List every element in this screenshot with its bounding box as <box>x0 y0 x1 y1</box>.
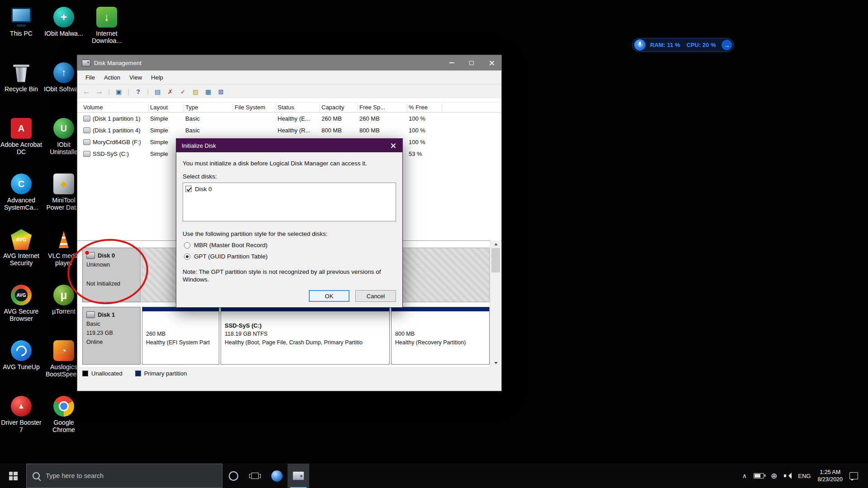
mbr-radio-option[interactable]: MBR (Master Boot Record) <box>184 242 396 249</box>
menu-item[interactable]: Help <box>146 72 168 83</box>
dialog-close-button[interactable] <box>383 139 402 152</box>
column-header[interactable]: Capacity <box>320 104 358 111</box>
disk0-label-box[interactable]: Disk 0 Unknown Not Initialized <box>82 248 141 302</box>
volume-type: Basic <box>184 127 233 134</box>
desktop-icon-label: AVG Internet Security <box>0 252 42 267</box>
task-view-button[interactable] <box>244 464 266 488</box>
battery-icon[interactable] <box>754 473 764 479</box>
menu-item[interactable]: View <box>125 72 146 83</box>
avg-internet-security-icon: AVG <box>11 229 32 250</box>
checkbox-checked-icon[interactable] <box>185 186 192 192</box>
desktop-icon-label: AVG TuneUp <box>3 363 39 371</box>
disk-management-app-icon <box>82 60 90 66</box>
desktop-icon-adobe-acrobat[interactable]: A Adobe Acrobat DC <box>0 116 42 171</box>
volume-name: (Disk 1 partition 1) <box>93 115 140 122</box>
desktop-icon-advanced-systemcare[interactable]: C Advanced SystemCa... <box>0 171 42 227</box>
gpt-label: GPT (GUID Partition Table) <box>194 253 268 260</box>
menu-item[interactable]: File <box>81 72 99 83</box>
desktop-icon-internet-download-manager[interactable]: ↓ Internet Downloa... <box>85 5 128 60</box>
partition-system-c[interactable]: SSD-SyS (C:) 118.19 GB NTFS Healthy (Boo… <box>221 307 390 365</box>
desktop: This PC Recycle Bin A Adobe Acrobat DC C… <box>0 0 868 488</box>
column-header[interactable]: Type <box>184 104 233 111</box>
ok-button[interactable]: OK <box>309 290 349 302</box>
column-header[interactable]: File System <box>233 104 276 111</box>
mark-partition-icon[interactable]: ✓ <box>178 87 188 97</box>
scroll-up-icon[interactable] <box>491 240 501 248</box>
volume-speaker-icon[interactable] <box>784 473 791 479</box>
toolbar-separator[interactable]: | <box>127 87 130 97</box>
desktop-icon-driver-booster[interactable]: ▲ Driver Booster 7 <box>0 394 42 449</box>
toolbar-separator[interactable]: | <box>107 87 111 97</box>
views-icon[interactable]: ▦ <box>203 87 213 97</box>
desktop-icon-this-pc[interactable]: This PC <box>0 5 42 60</box>
partition-recovery[interactable]: 800 MB Healthy (Recovery Partition) <box>391 307 490 365</box>
search-input[interactable] <box>45 472 196 480</box>
cancel-button[interactable]: Cancel <box>355 290 396 302</box>
forward-icon[interactable]: → <box>94 87 104 97</box>
performance-overlay[interactable]: RAM: 11 % CPU: 20 % → <box>632 38 734 52</box>
scrollbar-thumb[interactable] <box>491 248 500 272</box>
menu-item[interactable]: Action <box>99 72 125 83</box>
maximize-icon <box>469 61 474 65</box>
column-header[interactable]: Status <box>276 104 320 111</box>
gpt-radio-option[interactable]: GPT (GUID Partition Table) <box>184 253 396 260</box>
dialog-titlebar[interactable]: Initialize Disk <box>176 139 402 152</box>
network-icon[interactable]: ⊕ <box>771 471 777 481</box>
desktop-icon-iobit-malware-fighter[interactable]: + IObit Malwa... <box>42 5 85 60</box>
volume-row[interactable]: (Disk 1 partition 4) Simple Basic Health… <box>77 124 501 136</box>
help-icon[interactable]: ? <box>133 87 143 97</box>
desktop-icon-avg-internet-security[interactable]: AVG AVG Internet Security <box>0 227 42 282</box>
vertical-scrollbar[interactable] <box>490 240 501 367</box>
taskbar-search[interactable] <box>26 464 222 488</box>
maximize-button[interactable] <box>462 55 481 70</box>
radio-selected-icon[interactable] <box>184 253 190 260</box>
iobit-software-icon: ↑ <box>53 62 74 83</box>
disk-listbox[interactable]: Disk 0 <box>183 183 396 221</box>
console-tree-icon[interactable]: ▣ <box>114 87 123 97</box>
driver-booster-icon: ▲ <box>11 396 32 417</box>
partition-efi[interactable]: 260 MB Healthy (EFI System Part <box>142 307 219 365</box>
taskbar: ∧ ⊕ ENG 1:25 AM 8/23/2020 <box>0 464 868 488</box>
desktop-icon-avg-secure-browser[interactable]: AVG AVG Secure Browser <box>0 282 42 338</box>
gpt-note: Note: The GPT partition style is not rec… <box>183 268 392 283</box>
desktop-icon-avg-tuneup[interactable]: AVG TuneUp <box>0 338 42 394</box>
column-header[interactable]: % Free <box>407 104 442 111</box>
browser-app-button[interactable] <box>266 464 288 488</box>
utorrent-icon: µ <box>53 285 74 305</box>
expand-arrow-icon[interactable]: → <box>722 40 732 50</box>
desktop-icon-google-chrome[interactable]: Google Chrome <box>42 394 85 449</box>
legend-swatch <box>82 371 88 376</box>
this-pc-icon <box>11 7 32 28</box>
window-titlebar[interactable]: Disk Management <box>77 55 501 70</box>
back-icon[interactable]: ← <box>82 87 91 97</box>
minimize-button[interactable] <box>442 55 462 70</box>
disk1-label-box[interactable]: Disk 1 Basic 119.23 GB Online <box>82 307 141 365</box>
language-indicator[interactable]: ENG <box>798 473 811 479</box>
start-button[interactable] <box>0 464 26 488</box>
column-header[interactable]: Volume <box>82 104 149 111</box>
column-header[interactable]: Free Sp... <box>358 104 407 111</box>
disk-list-item[interactable]: Disk 0 <box>185 184 393 193</box>
vlc-icon <box>53 229 74 250</box>
toolbar-separator[interactable]: | <box>146 87 150 97</box>
volume-layout: Simple <box>149 115 184 122</box>
action-pane-icon[interactable]: ▤ <box>153 87 162 97</box>
disk-management-taskbar-button[interactable] <box>288 464 309 488</box>
panes-icon[interactable]: ⊞ <box>216 87 226 97</box>
volume-percent-free: 100 % <box>407 139 442 145</box>
hidden-icons-chevron-icon[interactable]: ∧ <box>742 472 747 479</box>
delete-volume-icon[interactable]: ✗ <box>165 87 175 97</box>
open-folder-icon[interactable]: ▨ <box>191 87 200 97</box>
column-header[interactable]: Layout <box>149 104 184 111</box>
icon-glyph: AVG <box>16 237 26 242</box>
scroll-down-icon[interactable] <box>491 359 501 367</box>
action-center-icon[interactable] <box>849 472 858 479</box>
radio-unselected-icon[interactable] <box>184 242 190 249</box>
microphone-icon[interactable] <box>634 39 646 51</box>
clock[interactable]: 1:25 AM 8/23/2020 <box>817 469 843 483</box>
cortana-button[interactable] <box>222 464 244 488</box>
desktop-icon-label: AVG Secure Browser <box>0 308 42 322</box>
close-button[interactable] <box>481 55 501 70</box>
desktop-icon-recycle-bin[interactable]: Recycle Bin <box>0 60 42 116</box>
volume-row[interactable]: (Disk 1 partition 1) Simple Basic Health… <box>77 113 501 124</box>
